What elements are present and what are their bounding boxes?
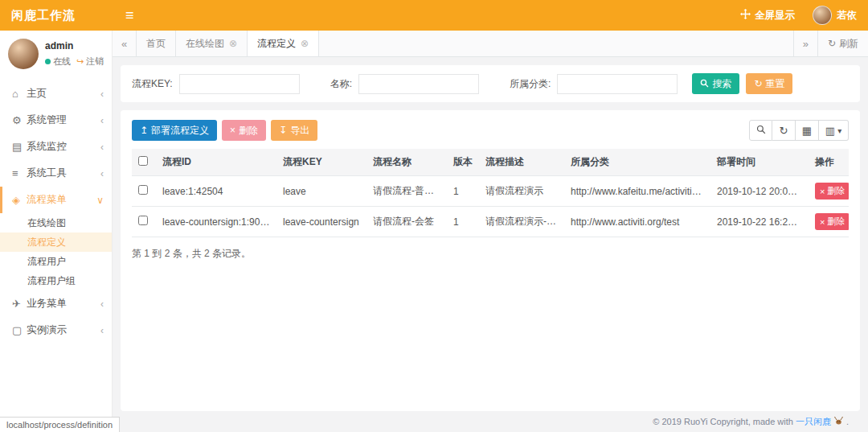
toggle-view-button[interactable]: ▦: [796, 120, 819, 141]
sidebar-username: admin: [45, 40, 104, 51]
submenu-item-process-definition[interactable]: 流程定义: [0, 232, 112, 252]
table-panel: ↥ 部署流程定义 × 删除 ↧ 导出: [121, 110, 860, 411]
home-icon: ⌂: [12, 88, 27, 100]
upload-icon: ↥: [140, 125, 148, 135]
search-icon: [756, 125, 766, 137]
cell-category: http://www.kafeitu.me/activiti/leave: [564, 176, 710, 207]
refresh-icon: ↻: [780, 125, 788, 137]
row-delete-button[interactable]: × 删除: [815, 213, 849, 230]
tabs-scroll-left-button[interactable]: «: [113, 31, 137, 56]
logout-icon: ↪: [76, 56, 84, 67]
submenu-item-process-users[interactable]: 流程用户: [0, 252, 112, 271]
tab-close-icon[interactable]: ⊗: [301, 38, 309, 49]
monitor-icon: ▤: [12, 141, 27, 153]
field-name: 名称:: [330, 74, 479, 94]
user-avatar: [813, 6, 832, 25]
tab-process-definition[interactable]: 流程定义 ⊗: [248, 31, 319, 56]
submenu-item-online-draw[interactable]: 在线绘图: [0, 213, 112, 232]
content-area: 流程KEY: 名称: 所属分类: 搜索 ↻ 重置: [113, 57, 868, 432]
table-row[interactable]: leave:1:42504 leave 请假流程-普通表单 1 请假流程演示 h…: [132, 176, 849, 207]
online-status-label: 在线: [53, 56, 71, 68]
cell-version: 1: [447, 176, 479, 207]
table-toolbar: ↥ 部署流程定义 × 删除 ↧ 导出: [132, 120, 849, 141]
row-delete-button[interactable]: × 删除: [815, 183, 849, 200]
fullscreen-button[interactable]: 全屏显示: [740, 9, 795, 23]
category-input[interactable]: [557, 74, 678, 94]
tab-online-draw[interactable]: 在线绘图 ⊗: [176, 31, 248, 56]
topbar: 闲鹿工作流 ≡ 全屏显示 若依: [0, 0, 868, 31]
export-icon: ↧: [279, 125, 287, 135]
cell-process-key: leave-countersign: [276, 207, 366, 237]
table-header-row: 流程ID 流程KEY 流程名称 版本 流程描述 所属分类 部署时间 操作: [132, 149, 849, 176]
tools-icon: ≡: [12, 167, 27, 179]
columns-dropdown-button[interactable]: ▥ ▾: [819, 120, 849, 141]
cell-process-id: leave-countersign:1:90004: [156, 207, 276, 237]
delete-icon: ×: [820, 217, 825, 227]
process-table: 流程ID 流程KEY 流程名称 版本 流程描述 所属分类 部署时间 操作 lea…: [132, 149, 849, 237]
sidebar-user-panel: admin 在线 ↪ 注销: [0, 31, 112, 76]
chevron-left-icon: ‹: [100, 142, 104, 153]
column-header-version: 版本: [447, 149, 479, 176]
chevron-left-icon: ‹: [100, 88, 104, 100]
row-checkbox[interactable]: [138, 216, 148, 225]
logout-link[interactable]: 注销: [86, 56, 104, 68]
chevron-left-icon: ‹: [100, 298, 104, 310]
process-submenu: 在线绘图 流程定义 流程用户 流程用户组: [0, 213, 112, 290]
process-key-input[interactable]: [179, 74, 300, 94]
sidebar-item-business-menu[interactable]: ✈ 业务菜单 ‹: [0, 290, 112, 317]
main-area: « 首页 在线绘图 ⊗ 流程定义 ⊗ » ↻ 刷新 流程KEY: 名称:: [113, 31, 868, 432]
user-menu[interactable]: 若依: [813, 6, 857, 25]
process-icon: ◈: [12, 194, 27, 206]
field-category: 所属分类:: [510, 74, 678, 94]
cell-process-id: leave:1:42504: [156, 176, 276, 207]
search-button[interactable]: 搜索: [692, 73, 739, 94]
sidebar-toggle-icon[interactable]: ≡: [125, 8, 134, 23]
gear-icon: ⚙: [12, 114, 27, 126]
column-header-process-name: 流程名称: [366, 149, 447, 176]
deploy-process-button[interactable]: ↥ 部署流程定义: [132, 120, 217, 141]
footer-link[interactable]: 一只闲鹿: [796, 416, 831, 428]
fullscreen-icon: [740, 9, 751, 22]
cell-category: http://www.activiti.org/test: [564, 207, 710, 237]
cell-description: 请假流程演示-会签: [479, 207, 564, 237]
export-button[interactable]: ↧ 导出: [271, 120, 317, 141]
columns-icon: ▥: [825, 125, 835, 137]
name-input[interactable]: [358, 74, 479, 94]
column-header-actions: 操作: [809, 149, 849, 176]
column-header-process-key: 流程KEY: [276, 149, 366, 176]
sidebar-item-process-menu[interactable]: ◈ 流程菜单 ∨: [0, 187, 112, 213]
chevron-down-icon: ∨: [96, 195, 104, 206]
row-checkbox[interactable]: [138, 185, 148, 195]
caret-down-icon: ▾: [837, 126, 841, 135]
cell-process-name: 请假流程-会签: [366, 207, 447, 237]
cell-process-name: 请假流程-普通表单: [366, 176, 447, 207]
online-status-dot: [45, 59, 51, 64]
sidebar-item-demo[interactable]: ▢ 实例演示 ‹: [0, 317, 112, 344]
sidebar-item-system-tools[interactable]: ≡ 系统工具 ‹: [0, 160, 112, 187]
column-header-process-id: 流程ID: [156, 149, 276, 176]
select-all-checkbox[interactable]: [138, 156, 148, 166]
delete-button[interactable]: × 删除: [222, 120, 266, 141]
sidebar-item-system-monitor[interactable]: ▤ 系统监控 ‹: [0, 134, 112, 160]
app-brand: 闲鹿工作流: [0, 8, 113, 23]
tab-home[interactable]: 首页: [137, 31, 176, 56]
cell-version: 1: [447, 207, 479, 237]
reset-button[interactable]: ↻ 重置: [746, 73, 792, 94]
refresh-table-button[interactable]: ↻: [772, 120, 796, 141]
submenu-item-process-user-groups[interactable]: 流程用户组: [0, 271, 112, 290]
tab-refresh-button[interactable]: ↻ 刷新: [817, 31, 868, 56]
sidebar-item-system-admin[interactable]: ⚙ 系统管理 ‹: [0, 107, 112, 134]
sidebar-item-home[interactable]: ⌂ 主页 ‹: [0, 80, 112, 107]
tabs-scroll-right-button[interactable]: »: [793, 31, 817, 56]
copyright-text: © 2019 RuoYi Copyright, made with: [653, 417, 793, 426]
tab-close-icon[interactable]: ⊗: [229, 38, 237, 49]
show-search-button[interactable]: [749, 120, 772, 141]
table-row[interactable]: leave-countersign:1:90004 leave-counters…: [132, 207, 849, 237]
column-header-category: 所属分类: [564, 149, 710, 176]
pagination-summary: 第 1 到 2 条，共 2 条记录。: [132, 247, 849, 261]
footer: © 2019 RuoYi Copyright, made with 一只闲鹿 .: [121, 411, 860, 432]
fullscreen-label: 全屏显示: [755, 9, 795, 23]
search-icon: [700, 79, 709, 89]
search-form: 流程KEY: 名称: 所属分类: 搜索 ↻ 重置: [121, 65, 860, 102]
reset-icon: ↻: [754, 79, 762, 88]
